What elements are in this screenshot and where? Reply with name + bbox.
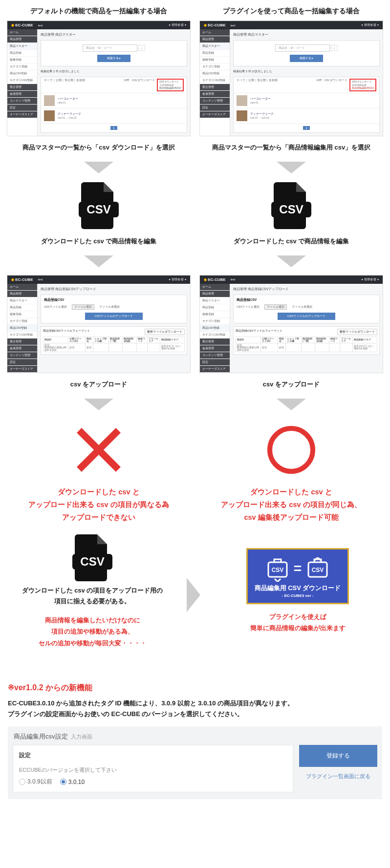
page-size[interactable]: 10件 [124, 79, 130, 82]
side-other[interactable]: 設定 [7, 105, 37, 111]
site-name: test [38, 24, 43, 27]
back-link[interactable]: プラグイン一覧画面に戻る [299, 773, 377, 780]
radio-309[interactable]: 3.0.9以前 [19, 778, 52, 786]
side-home[interactable]: ホーム [7, 29, 37, 36]
svg-text:CSV: CSV [271, 567, 283, 573]
csv-dropdown[interactable]: CSVダウンロード [131, 79, 154, 82]
product-thumb [44, 95, 55, 106]
side-sub[interactable]: 商品CSV登録 [7, 70, 37, 77]
result-list: すべて｜公開｜非公開｜名前順 10件 CSVダウンロード CSVダウンロード 入… [41, 77, 187, 133]
csv-menu-highlight: CSVダウンロード 入力項目設定 商品情報編集用CSV [157, 79, 184, 91]
svg-marker-0 [84, 162, 113, 173]
caption: 商品マスターの一覧から「商品情報編集用 csv」を選択 [212, 143, 370, 152]
new-feature-heading: ※ver1.0.2 からの新機能 [8, 683, 382, 693]
side-sub[interactable]: 商品マスター [7, 43, 37, 50]
down-arrow-icon [84, 399, 113, 415]
svg-marker-7 [277, 255, 306, 267]
x-mark-icon [72, 423, 126, 477]
side-sub[interactable]: カテゴリ登録 [7, 64, 37, 70]
caption: csv をアップロード [263, 380, 320, 389]
bottom-right-red: プラグインを使えば 簡単に商品情報の編集が出来ます [250, 611, 346, 634]
down-arrow-icon [277, 162, 306, 178]
format-table: 商品ID公開ステータス(ID)商品名ショップ用メモ欄商品説明(一覧)商品説明(詳… [43, 337, 185, 352]
file-choose-button[interactable]: ファイル選択 [72, 304, 94, 310]
down-arrow-icon [84, 162, 113, 178]
page-1[interactable]: 1 [110, 126, 117, 130]
svg-marker-1 [277, 162, 306, 173]
register-button[interactable]: 登録する [299, 745, 377, 767]
result-count: 検索結果 2 件 が該当しました [41, 69, 187, 74]
pager: 1 [41, 124, 187, 132]
caption: ダウンロードした csv で商品情報を編集 [41, 237, 157, 246]
search-input[interactable]: 商品名・ID・コード [83, 44, 137, 52]
user-label: ● 管理者 様 ▾ [169, 23, 186, 27]
caption: ダウンロードした csv で商品情報を編集 [234, 237, 349, 246]
banner-subtitle: - EC-CUBE3 ver - [253, 593, 343, 598]
caption: 商品マスターの一覧から「csv ダウンロード」を選択 [22, 143, 174, 152]
banner-csv-icon: CSV [305, 557, 330, 580]
bottom-left-red: 商品情報を編集したいだけなのに 項目の追加や移動がある為、 セルの追加や移動が毎… [39, 614, 147, 649]
csv-menu-highlight: CSVダウンロード 出力項目設定 商品情報編集用CSV [349, 79, 376, 91]
svg-point-12 [270, 428, 313, 471]
settings-card: 設定 ECCUBEのバージョンを選択して下さい 3.0.9以前 3.0.10 [13, 745, 293, 792]
template-dl-button[interactable]: 雛形ファイルダウンロード [145, 329, 185, 335]
new-feature-p2: プラグインの設定画面からお使いの EC-CUBE のバージョンを選択してください… [8, 709, 382, 720]
page-title: 商品管理 商品マスター [41, 32, 187, 37]
svg-marker-8 [84, 399, 113, 410]
right-column-title: プラグインを使って商品を一括編集する場合 [223, 7, 360, 16]
side-sub[interactable]: 商品登録 [7, 50, 37, 57]
admin-screenshot-right-1: ◆ EC-CUBE test ● 管理者 様 ▾ ホーム 商品管理 商品マスター… [199, 21, 383, 136]
side-sub[interactable]: 規格登録 [7, 57, 37, 64]
sort-options[interactable]: すべて｜公開｜非公開｜名前順 [44, 79, 85, 91]
search-box: 商品名・ID・コード + 検索する ▸ [41, 40, 187, 66]
settings-subtitle: 入力画面 [71, 734, 92, 740]
brand-logo: ◆ EC-CUBE [11, 23, 33, 27]
down-arrow-icon [277, 399, 306, 415]
result-text-left: ダウンロードした csv と アップロード出来る csv の項目が異なる為 アッ… [28, 486, 169, 524]
banner-title: 商品編集用 CSV ダウンロード [253, 584, 343, 593]
svg-text:CSV: CSV [312, 567, 324, 573]
list-item[interactable]: ディナーフォークfork-01 ～ fork-02 [41, 108, 187, 124]
settings-title: 商品編集用csv設定 [14, 733, 68, 740]
bottom-left-black: ダウンロードした csv の項目をアップロード用の 項目に揃える必要がある。 [22, 585, 163, 607]
list-item[interactable]: パーコレーターcafe-01 [41, 93, 187, 108]
side-product[interactable]: 商品管理 [7, 36, 37, 43]
down-arrow-icon [84, 255, 113, 272]
csv-file-icon: CSV [269, 181, 313, 230]
admin-screenshot-right-2: ◆ EC-CUBEtest● 管理者 様 ▾ ホーム 商品管理 商品マスター 商… [199, 275, 383, 373]
settings-section-title: 設定 [19, 751, 287, 760]
result-text-right: ダウンロードした csv と アップロード出来る csv の項目が同じ為、 cs… [221, 486, 361, 524]
svg-text:CSV: CSV [80, 555, 104, 568]
admin-screenshot-left-2: ◆ EC-CUBEtest● 管理者 様 ▾ ホーム 商品管理 商品マスター 商… [7, 275, 191, 373]
left-column-title: デフォルトの機能で商品を一括編集する場合 [30, 7, 167, 16]
side-other[interactable]: コンテンツ管理 [7, 98, 37, 105]
new-feature-p1: EC-CUBE3.0.10 から追加されたタグ ID 機能により、3.0.9 以… [8, 698, 382, 709]
settings-screenshot: 商品編集用csv設定入力画面 設定 ECCUBEのバージョンを選択して下さい 3… [8, 726, 382, 799]
csv-file-icon: CSV [70, 533, 114, 582]
down-arrow-icon [277, 255, 306, 272]
radio-3010[interactable]: 3.0.10 [60, 779, 85, 785]
svg-text:CSV: CSV [279, 203, 303, 216]
equals-icon: = [294, 561, 302, 576]
settings-note: ECCUBEのバージョンを選択して下さい [19, 766, 287, 774]
side-other[interactable]: 受注管理 [7, 84, 37, 91]
sidebar: ホーム 商品管理 商品マスター 商品登録 規格登録 カテゴリ登録 商品CSV登録… [7, 29, 38, 136]
circle-mark-icon [264, 423, 318, 477]
svg-marker-9 [277, 399, 306, 410]
plugin-banner: CSV = CSV 商品編集用 CSV ダウンロード - EC-CUBE3 ve… [246, 548, 349, 604]
banner-csv-icon: CSV [265, 557, 290, 580]
product-thumb [44, 110, 55, 121]
svg-marker-15 [187, 578, 200, 612]
brand-logo: ◆ EC-CUBE [204, 23, 226, 27]
admin-screenshot-left-1: ◆ EC-CUBE test ● 管理者 様 ▾ ホーム 商品管理 商品マスター… [7, 21, 191, 136]
csv-file-icon: CSV [77, 181, 121, 230]
side-other[interactable]: オーナーズストア [7, 111, 37, 118]
side-sub[interactable]: カテゴリCSV登録 [7, 77, 37, 84]
right-arrow-icon [187, 578, 203, 614]
caption: csv をアップロード [70, 380, 127, 389]
search-button[interactable]: 検索する ▸ [97, 55, 131, 62]
side-other[interactable]: 会員管理 [7, 91, 37, 98]
upload-button[interactable]: CSVファイルのアップロード [85, 313, 143, 320]
svg-text:CSV: CSV [87, 203, 110, 216]
svg-marker-6 [84, 255, 113, 267]
